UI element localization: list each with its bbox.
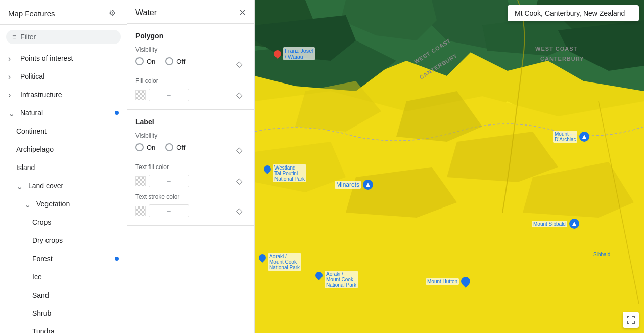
sidebar-item-political[interactable]: › Political — [0, 67, 127, 86]
filter-bar[interactable]: ≡ Filter — [6, 30, 121, 44]
text-stroke-color-row: – ◇ — [135, 204, 246, 217]
color-preview[interactable]: – — [135, 204, 189, 217]
sidebar-item-label: Crops — [32, 218, 51, 226]
sidebar-item-infrastructure[interactable]: › Infrastructure — [0, 86, 127, 104]
close-button[interactable]: ✕ — [239, 8, 246, 17]
sidebar-item-continent[interactable]: Continent — [0, 122, 127, 140]
text-fill-label: Text fill color — [135, 163, 246, 171]
color-checker — [135, 206, 146, 216]
radio-group: On Off — [135, 57, 185, 65]
sidebar-header: Map Features ⚙ — [0, 0, 127, 25]
search-bar[interactable]: Mt Cook, Canterbury, New Zealand — [508, 5, 639, 21]
panel-title: Water — [135, 8, 157, 17]
sidebar: Map Features ⚙ ≡ Filter › Points of inte… — [0, 0, 127, 333]
label-heading: Label — [135, 118, 246, 126]
color-preview[interactable]: – — [135, 89, 189, 101]
radio-on-option[interactable]: On — [135, 57, 155, 65]
arrow-right-icon: › — [8, 72, 16, 80]
sidebar-item-label: Natural — [20, 109, 43, 117]
arrow-down-icon: ⌄ — [8, 109, 16, 117]
fullscreen-button[interactable] — [623, 312, 639, 328]
sidebar-item-label: Ice — [32, 273, 42, 281]
active-dot — [115, 111, 119, 115]
sidebar-item-vegetation[interactable]: ⌄ Vegetation — [0, 195, 127, 213]
sidebar-item-label: Sand — [32, 291, 49, 299]
sidebar-item-label: Political — [20, 72, 44, 80]
sidebar-item-sand[interactable]: Sand — [0, 286, 127, 304]
sidebar-item-label: Infrastructure — [20, 91, 62, 99]
sidebar-item-ice[interactable]: Ice — [0, 268, 127, 286]
sidebar-item-land-cover[interactable]: ⌄ Land cover — [0, 177, 127, 195]
filter-icon: ≡ — [12, 33, 16, 41]
radio-off-label: Off — [176, 58, 185, 65]
color-value: – — [149, 175, 189, 187]
diamond-icon[interactable]: ◇ — [236, 59, 246, 69]
gear-icon[interactable]: ⚙ — [109, 8, 119, 18]
radio-off-option[interactable]: Off — [165, 143, 185, 151]
radio-off-option[interactable]: Off — [165, 57, 185, 65]
filter-label: Filter — [20, 33, 36, 41]
color-checker — [135, 90, 146, 100]
color-checker — [135, 176, 146, 186]
arrow-down-icon: ⌄ — [16, 182, 24, 190]
arrow-right-icon: › — [8, 54, 16, 62]
sidebar-item-shrub[interactable]: Shrub — [0, 304, 127, 322]
sidebar-item-natural[interactable]: ⌄ Natural — [0, 104, 127, 122]
diamond-icon[interactable]: ◇ — [236, 145, 246, 155]
radio-on-option[interactable]: On — [135, 143, 155, 151]
color-preview[interactable]: – — [135, 175, 189, 187]
diamond-icon[interactable]: ◇ — [236, 176, 246, 186]
sidebar-item-label: Shrub — [32, 309, 51, 317]
search-text: Mt Cook, Canterbury, New Zealand — [515, 9, 625, 17]
sidebar-item-dry-crops[interactable]: Dry crops — [0, 231, 127, 249]
fill-color-label: Fill color — [135, 77, 246, 85]
text-stroke-label: Text stroke color — [135, 193, 246, 200]
radio-on-circle[interactable] — [135, 57, 144, 65]
color-value: – — [149, 204, 189, 217]
sidebar-item-label: Points of interest — [20, 54, 73, 62]
arrow-down-icon: ⌄ — [24, 200, 32, 208]
fill-color-row: – ◇ — [135, 89, 246, 101]
sidebar-item-label: Vegetation — [36, 200, 70, 208]
radio-off-circle[interactable] — [165, 57, 173, 65]
visibility-label: Visibility — [135, 46, 246, 53]
feature-panel: Water ✕ Polygon Visibility On Off ◇ Fill… — [127, 0, 255, 333]
map-area[interactable]: Mt Cook, Canterbury, New Zealand WEST CO… — [255, 0, 644, 333]
nav-items: › Points of interest › Political › Infra… — [0, 49, 127, 333]
sidebar-item-label: Continent — [16, 127, 47, 135]
arrow-right-icon: › — [8, 91, 16, 99]
label-visibility-label: Visibility — [135, 132, 246, 139]
radio-on-label: On — [147, 144, 155, 151]
sidebar-item-label: Forest — [32, 255, 53, 263]
radio-off-label: Off — [176, 144, 185, 151]
panel-header: Water ✕ — [127, 0, 254, 24]
polygon-visibility-row: On Off ◇ — [135, 57, 246, 71]
radio-on-label: On — [147, 58, 155, 65]
radio-off-circle[interactable] — [165, 143, 173, 151]
sidebar-item-island[interactable]: Island — [0, 158, 127, 177]
sidebar-title: Map Features — [8, 9, 55, 18]
sidebar-item-label: Archipelago — [16, 145, 54, 153]
sidebar-item-forest[interactable]: Forest — [0, 249, 127, 268]
color-value: – — [149, 89, 189, 101]
label-section: Label Visibility On Off ◇ Text fill colo… — [127, 110, 254, 226]
text-fill-color-row: – ◇ — [135, 175, 246, 187]
sidebar-item-archipelago[interactable]: Archipelago — [0, 140, 127, 158]
diamond-icon[interactable]: ◇ — [236, 90, 246, 100]
sidebar-item-label: Island — [16, 163, 35, 172]
diamond-icon[interactable]: ◇ — [236, 206, 246, 216]
sidebar-item-points-interest[interactable]: › Points of interest — [0, 49, 127, 67]
sidebar-item-crops[interactable]: Crops — [0, 213, 127, 231]
sidebar-item-label: Dry crops — [32, 236, 63, 244]
polygon-section: Polygon Visibility On Off ◇ Fill color – — [127, 24, 254, 110]
sidebar-item-tundra[interactable]: Tundra — [0, 322, 127, 333]
radio-on-circle[interactable] — [135, 143, 144, 151]
sidebar-item-label: Tundra — [32, 327, 55, 333]
sidebar-item-label: Land cover — [28, 182, 63, 190]
label-visibility-row: On Off ◇ — [135, 143, 246, 157]
active-dot — [115, 257, 119, 261]
radio-group: On Off — [135, 143, 185, 151]
polygon-heading: Polygon — [135, 32, 246, 40]
